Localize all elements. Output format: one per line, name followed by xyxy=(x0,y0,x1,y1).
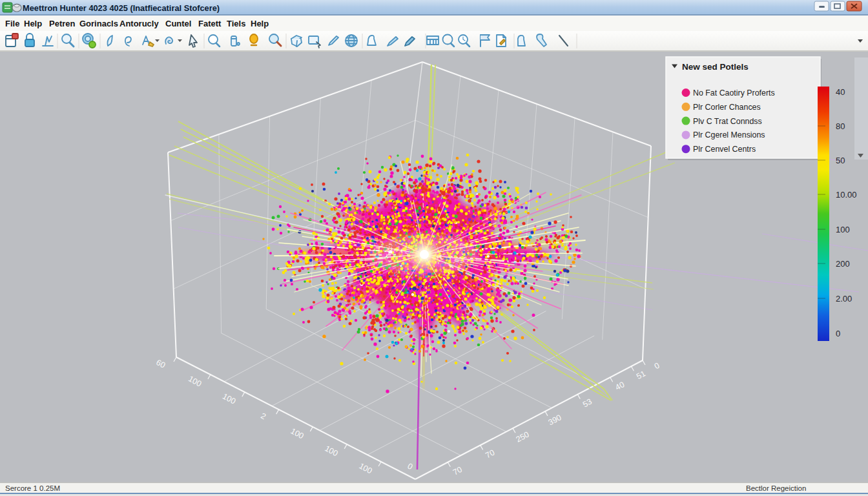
svg-text:Help: Help xyxy=(251,19,269,28)
svg-text:0: 0 xyxy=(836,329,840,338)
svg-text:Cuntel: Cuntel xyxy=(165,19,191,28)
svg-text:Bectlor Regeiction: Bectlor Regeiction xyxy=(746,484,806,492)
svg-text:File: File xyxy=(5,19,19,28)
svg-text:100: 100 xyxy=(836,225,850,234)
svg-text:40: 40 xyxy=(836,87,845,97)
svg-text:Gorinacls: Gorinacls xyxy=(79,19,118,28)
svg-text:Plr Corler Chances: Plr Corler Chances xyxy=(693,103,761,112)
svg-text:50: 50 xyxy=(836,156,845,165)
svg-text:Meettron Hunter 4023 4025 (Ina: Meettron Hunter 4023 4025 (Inatfiecatira… xyxy=(23,3,220,13)
svg-text:Fatett: Fatett xyxy=(198,19,222,28)
svg-text:Help: Help xyxy=(24,19,42,28)
svg-text:New sed Potlels: New sed Potlels xyxy=(682,62,749,72)
svg-text:10.00: 10.00 xyxy=(836,190,857,200)
svg-text:Tiels: Tiels xyxy=(227,19,245,28)
svg-text:Sercore 1 0.25M: Sercore 1 0.25M xyxy=(5,484,60,492)
svg-text:Plv C Trat Conndss: Plv C Trat Conndss xyxy=(693,117,762,126)
svg-text:Antorucly: Antorucly xyxy=(119,19,159,28)
svg-text:Plr Cgerel Mensions: Plr Cgerel Mensions xyxy=(693,130,765,140)
svg-text:Petren: Petren xyxy=(49,19,76,28)
svg-text:2.00: 2.00 xyxy=(836,294,852,304)
svg-text:Plr Cenvel Centrs: Plr Cenvel Centrs xyxy=(693,145,756,154)
svg-text:80: 80 xyxy=(836,121,845,131)
svg-text:200: 200 xyxy=(836,259,850,269)
svg-text:No Fat Caotiry Proferts: No Fat Caotiry Proferts xyxy=(693,88,775,98)
